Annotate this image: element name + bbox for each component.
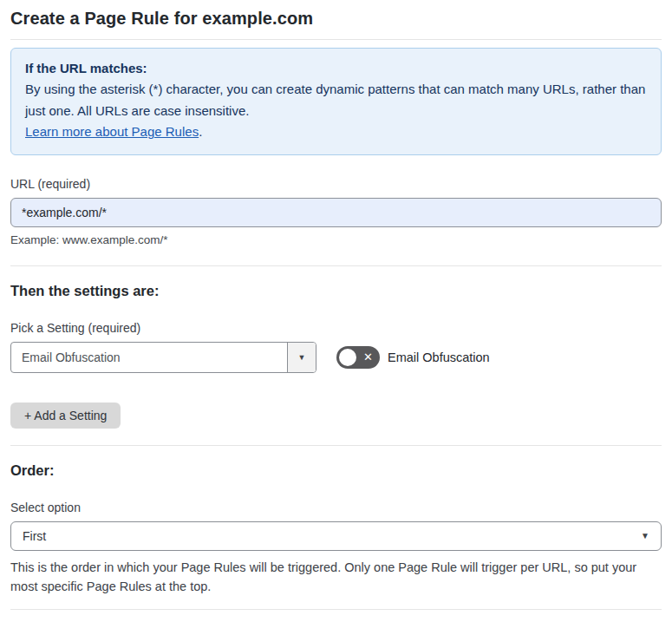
- info-box-heading: If the URL matches:: [25, 58, 647, 79]
- order-select-label: Select option: [10, 501, 662, 514]
- url-match-info-box: If the URL matches: By using the asteris…: [10, 48, 662, 155]
- url-example-helper: Example: www.example.com/*: [10, 233, 662, 246]
- order-select[interactable]: First ▼: [10, 521, 662, 551]
- order-section-heading: Order:: [10, 462, 662, 479]
- learn-more-link[interactable]: Learn more about Page Rules: [25, 124, 199, 139]
- chevron-down-icon: ▼: [298, 353, 306, 362]
- email-obfuscation-toggle-group: ✕ Email Obfuscation: [336, 346, 490, 369]
- setting-select-arrow-button[interactable]: ▼: [287, 343, 316, 372]
- title-divider: [10, 39, 662, 40]
- url-section-divider: [10, 265, 662, 266]
- url-field-label: URL (required): [10, 177, 662, 191]
- order-description: This is the order in which your Page Rul…: [10, 558, 662, 597]
- page-rule-form: Create a Page Rule for example.com If th…: [0, 0, 672, 622]
- order-select-value: First: [23, 529, 46, 543]
- settings-section-divider: [10, 445, 662, 446]
- link-period: .: [199, 124, 202, 139]
- toggle-label: Email Obfuscation: [388, 350, 490, 364]
- pick-setting-label: Pick a Setting (required): [10, 321, 662, 335]
- setting-row: Email Obfuscation ▼ ✕ Email Obfuscation: [10, 342, 662, 373]
- chevron-down-icon: ▼: [641, 531, 649, 540]
- toggle-off-x-icon: ✕: [363, 351, 373, 363]
- add-setting-button[interactable]: + Add a Setting: [10, 403, 121, 429]
- url-input[interactable]: [10, 198, 662, 227]
- setting-select[interactable]: Email Obfuscation ▼: [10, 342, 316, 373]
- setting-select-value: Email Obfuscation: [11, 343, 287, 372]
- email-obfuscation-toggle[interactable]: ✕: [336, 346, 380, 369]
- info-box-body: By using the asterisk (*) character, you…: [25, 79, 647, 121]
- page-title: Create a Page Rule for example.com: [10, 9, 662, 39]
- settings-section-heading: Then the settings are:: [10, 283, 662, 299]
- order-section-divider: [10, 609, 662, 610]
- info-link-line: Learn more about Page Rules.: [25, 121, 647, 142]
- toggle-knob: [339, 349, 356, 366]
